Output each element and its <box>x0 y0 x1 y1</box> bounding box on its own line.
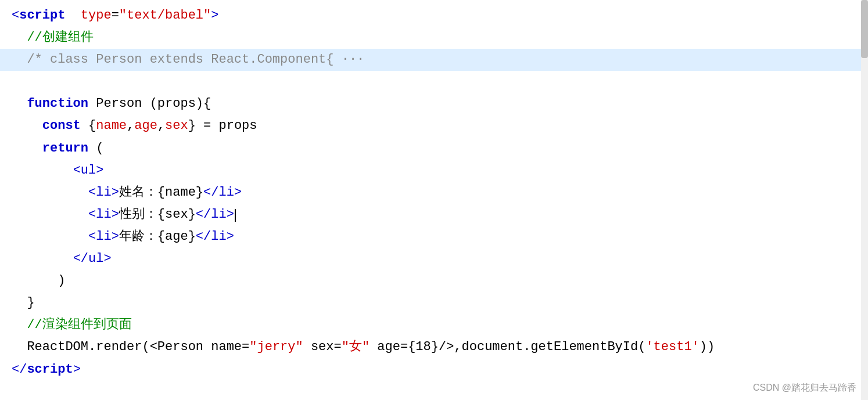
scrollbar[interactable] <box>861 0 868 400</box>
tag-li-close-2: </li> <box>196 207 234 222</box>
code-line-8: <ul> <box>0 160 868 182</box>
tag-ul-close: </ul> <box>73 251 112 266</box>
code-line-4 <box>0 71 868 93</box>
text-name: 姓名：{name} <box>119 185 203 200</box>
code-line-10: <li>性别：{sex}</li> <box>0 204 868 226</box>
attr-value-babel: "text/babel" <box>119 8 211 23</box>
function-sig: Person (props){ <box>88 96 211 111</box>
text-age: 年龄：{age} <box>119 229 196 244</box>
tag-close: > <box>211 8 218 23</box>
code-line-6: const {name,age,sex} = props <box>0 115 868 137</box>
code-line-12: </ul> <box>0 248 868 270</box>
keyword-const: const <box>42 118 81 133</box>
attr-sex-value: "女" <box>342 340 370 354</box>
reactdom-render: ReactDOM.render(<Person name= <box>27 340 249 354</box>
code-line-14: } <box>0 292 868 314</box>
code-line-16: ReactDOM.render(<Person name="jerry" sex… <box>0 336 868 358</box>
comment-block-class: /* class Person extends React.Component{… <box>12 52 364 67</box>
watermark: CSDN @踏花归去马蹄香 <box>753 380 856 395</box>
keyword-script-close: script <box>27 362 73 377</box>
keyword-return: return <box>42 141 88 156</box>
code-line-5: function Person (props){ <box>0 93 868 115</box>
code-line-7: return ( <box>0 138 868 160</box>
tag-open: < <box>12 8 19 23</box>
attr-type: type <box>81 8 112 23</box>
code-line-13: ) <box>0 270 868 292</box>
return-close: ) <box>58 273 65 288</box>
keyword-script: script <box>19 8 65 23</box>
code-line-15: //渲染组件到页面 <box>0 314 868 336</box>
code-line-2: //创建组件 <box>0 27 868 49</box>
tag-script-close-end: > <box>73 362 81 377</box>
code-editor: <script type="text/babel"> //创建组件 /* cla… <box>0 0 868 400</box>
attr-name-value: "jerry" <box>249 340 303 354</box>
comment-create: //创建组件 <box>12 30 94 45</box>
code-line-3: /* class Person extends React.Component{… <box>0 49 868 71</box>
code-line-9: <li>姓名：{name}</li> <box>0 182 868 204</box>
tag-li-open-1: <li> <box>88 185 119 200</box>
var-age: age <box>134 118 157 133</box>
code-line-1: <script type="text/babel"> <box>0 5 868 27</box>
attr-id-value: 'test1' <box>645 340 699 354</box>
scrollbar-thumb[interactable] <box>861 0 868 58</box>
text-cursor <box>235 209 236 222</box>
comment-render: //渲染组件到页面 <box>12 318 132 332</box>
tag-script-close-open: </ <box>12 362 27 377</box>
tag-li-close-3: </li> <box>196 229 234 244</box>
code-line-17: </script> <box>0 359 868 381</box>
var-sex: sex <box>165 118 188 133</box>
tag-li-close-1: </li> <box>203 185 242 200</box>
tag-ul-open: <ul> <box>73 163 104 178</box>
tag-li-open-2: <li> <box>88 207 119 222</box>
var-name: name <box>96 118 127 133</box>
text-sex: 性别：{sex} <box>119 207 196 222</box>
function-close: } <box>27 296 34 310</box>
keyword-function: function <box>27 96 88 111</box>
tag-li-open-3: <li> <box>88 229 119 244</box>
code-line-11: <li>年龄：{age}</li> <box>0 226 868 248</box>
